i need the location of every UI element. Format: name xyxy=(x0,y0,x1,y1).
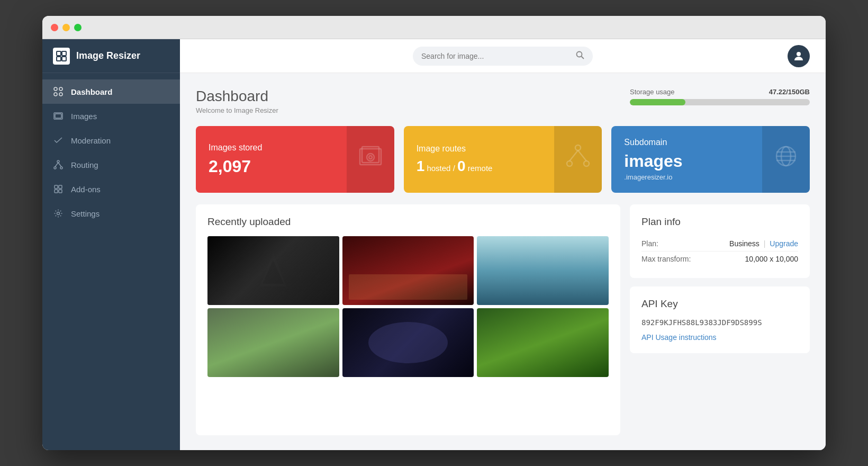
svg-point-10 xyxy=(57,160,59,163)
svg-rect-1 xyxy=(62,51,66,56)
main-content: Dashboard Welcome to Image Resizer Stora… xyxy=(180,39,826,450)
sidebar-item-images[interactable]: Images xyxy=(42,104,180,128)
svg-point-4 xyxy=(54,87,57,91)
stat-card-icon-panel xyxy=(762,126,810,193)
sidebar-item-label: Moderation xyxy=(71,136,111,145)
storage-info: Storage usage 47.22/150GB xyxy=(630,88,810,105)
moderation-icon xyxy=(53,135,64,146)
sidebar-item-addons[interactable]: Add-ons xyxy=(42,177,180,201)
svg-point-25 xyxy=(367,154,374,161)
storage-bar xyxy=(630,99,810,105)
stat-card-image-routes: Image routes 1 hosted / 0 remote xyxy=(404,126,602,193)
svg-point-20 xyxy=(577,51,582,57)
bottom-row: Recently uploaded xyxy=(196,204,810,435)
plan-value: Business | Upgrade xyxy=(729,239,798,248)
thumbnail-2[interactable] xyxy=(342,236,474,305)
api-usage-link[interactable]: API Usage instructions xyxy=(641,333,798,342)
images-icon xyxy=(53,111,64,121)
sidebar-logo: Image Resizer xyxy=(42,39,180,73)
search-bar[interactable] xyxy=(413,47,593,66)
thumbnail-4[interactable] xyxy=(207,308,339,377)
subdomain-url: .imageresizer.io xyxy=(624,173,682,181)
app-window: Image Resizer Dashboard xyxy=(42,16,826,450)
routes-remote-count: 0 xyxy=(457,158,466,174)
svg-point-7 xyxy=(59,93,62,96)
routes-remote-label: remote xyxy=(468,164,493,173)
upgrade-link[interactable]: Upgrade xyxy=(770,239,798,248)
recently-uploaded-panel: Recently uploaded xyxy=(196,204,620,435)
svg-rect-15 xyxy=(55,185,58,189)
maximize-button[interactable] xyxy=(74,24,82,31)
logo-text: Image Resizer xyxy=(76,50,140,61)
plan-row-transform: Max transform: 10,000 x 10,000 xyxy=(641,252,798,266)
traffic-lights xyxy=(51,24,82,31)
sidebar-nav: Dashboard Images xyxy=(42,73,180,450)
svg-line-14 xyxy=(58,163,61,167)
thumbnail-3[interactable] xyxy=(477,236,609,305)
svg-point-28 xyxy=(567,161,572,166)
close-button[interactable] xyxy=(51,24,58,31)
stat-card-subdomain-value: images xyxy=(624,151,682,171)
svg-marker-38 xyxy=(263,260,284,284)
thumbnail-6[interactable] xyxy=(477,308,609,377)
page-title: Dashboard xyxy=(196,88,278,105)
dashboard-icon xyxy=(53,86,64,97)
stat-card-images-stored: Images stored 2,097 xyxy=(196,126,394,193)
svg-rect-9 xyxy=(55,114,61,118)
search-icon xyxy=(576,51,584,61)
sidebar-item-routing[interactable]: Routing xyxy=(42,153,180,177)
svg-point-19 xyxy=(57,212,60,215)
titlebar xyxy=(42,16,826,39)
dashboard-title-block: Dashboard Welcome to Image Resizer xyxy=(196,88,278,114)
plan-info-panel: Plan info Plan: Business | Upgrade xyxy=(630,204,810,278)
sidebar-item-settings[interactable]: Settings xyxy=(42,201,180,226)
svg-rect-2 xyxy=(57,57,61,61)
routing-icon xyxy=(53,159,64,170)
stat-card-title: Images stored xyxy=(209,143,262,153)
storage-value: 47.22/150GB xyxy=(769,88,810,96)
user-avatar[interactable] xyxy=(788,45,810,67)
plan-label: Plan: xyxy=(641,239,658,248)
svg-rect-17 xyxy=(55,190,58,193)
svg-line-31 xyxy=(578,150,586,161)
svg-rect-0 xyxy=(57,51,61,56)
stat-card-routes-value: 1 hosted / 0 remote xyxy=(417,158,493,175)
settings-icon xyxy=(53,208,64,219)
svg-rect-18 xyxy=(59,190,62,193)
sidebar-item-dashboard[interactable]: Dashboard xyxy=(42,79,180,104)
images-stored-icon xyxy=(358,144,383,175)
svg-line-21 xyxy=(582,56,584,59)
routes-hosted-count: 1 xyxy=(417,158,425,174)
logo-icon xyxy=(53,48,70,65)
svg-line-30 xyxy=(569,150,578,161)
sidebar: Image Resizer Dashboard xyxy=(42,39,180,450)
dashboard-header: Dashboard Welcome to Image Resizer Stora… xyxy=(196,88,810,114)
minimize-button[interactable] xyxy=(62,24,70,31)
svg-point-26 xyxy=(369,156,372,159)
routes-icon xyxy=(565,144,591,175)
stat-card-title: Subdomain xyxy=(624,138,682,147)
topbar xyxy=(180,39,826,73)
sidebar-item-label: Add-ons xyxy=(71,185,101,194)
plan-row-plan: Plan: Business | Upgrade xyxy=(641,236,798,252)
svg-point-29 xyxy=(584,161,589,166)
thumbnail-5[interactable] xyxy=(342,308,474,377)
routes-hosted-label: hosted / xyxy=(427,164,457,173)
search-input[interactable] xyxy=(421,52,572,60)
globe-icon xyxy=(773,144,799,175)
stat-cards: Images stored 2,097 xyxy=(196,126,810,193)
plan-info-title: Plan info xyxy=(641,216,798,228)
stat-card-title: Image routes xyxy=(417,144,493,154)
thumbnail-1[interactable] xyxy=(207,236,339,305)
image-grid xyxy=(207,236,609,377)
stat-card-value: 2,097 xyxy=(209,157,262,176)
svg-point-11 xyxy=(54,167,56,169)
stat-card-content: Images stored 2,097 xyxy=(209,143,262,176)
content-area: Dashboard Welcome to Image Resizer Stora… xyxy=(180,73,826,450)
stat-card-icon-panel xyxy=(347,126,394,193)
api-key-title: API Key xyxy=(641,298,798,310)
addons-icon xyxy=(53,184,64,194)
svg-line-13 xyxy=(55,163,58,167)
sidebar-item-moderation[interactable]: Moderation xyxy=(42,128,180,153)
app-body: Image Resizer Dashboard xyxy=(42,39,826,450)
